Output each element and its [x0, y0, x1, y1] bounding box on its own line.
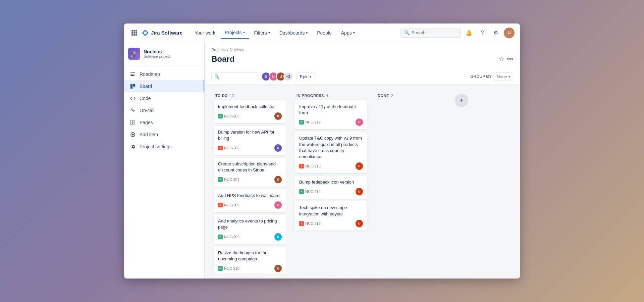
table-row[interactable]: Tech spike on new stripe integration wit… [295, 201, 367, 230]
settings-icon[interactable]: ⚙ [490, 28, 501, 38]
search-box[interactable]: 🔍 [400, 28, 461, 38]
sidebar-item-pages[interactable]: Pages [124, 116, 204, 129]
top-nav: Jira Software Your work Projects ▾ Filte… [124, 23, 520, 42]
card-title: Add analytics events to pricing page [218, 218, 282, 230]
epic-filter-button[interactable]: Epic ▾ [296, 72, 315, 81]
story-type-icon: ✓ [218, 114, 223, 118]
main-layout: 🚀 Nucleus Software project Roadmap [124, 42, 520, 279]
table-row[interactable]: Add analytics events to pricing page ✓ N… [214, 215, 286, 244]
sidebar-item-add-item[interactable]: Add item [124, 129, 204, 141]
table-row[interactable]: Bump fedeback icon version ✓ NUC-214 U [295, 176, 367, 199]
card-title: Add NPS feedback to wallboard [218, 193, 282, 199]
svg-rect-8 [136, 34, 137, 36]
card-id: NUC-209 [224, 235, 239, 239]
kanban-col-todo: TO DO 12 Implement feedback collector ✓ … [211, 90, 288, 273]
card-id: NUC-205 [224, 114, 239, 118]
todo-col-header: TO DO 12 [211, 90, 288, 100]
group-by-chevron-icon: ▾ [508, 75, 510, 79]
card-avatar: U [356, 118, 363, 126]
apps-chevron-icon: ▾ [353, 31, 355, 35]
card-avatar: U [274, 201, 282, 209]
nav-people[interactable]: People [313, 28, 336, 38]
project-icon: 🚀 [128, 48, 140, 60]
grid-icon[interactable] [129, 28, 139, 38]
svg-rect-4 [133, 32, 135, 34]
sidebar-item-project-settings[interactable]: Project settings [124, 141, 204, 153]
nav-dashboards[interactable]: Dashboards ▾ [275, 28, 312, 38]
group-by-area: GROUP BY None ▾ [470, 72, 513, 81]
card-title: Tech spike on new stripe integration wit… [299, 205, 363, 217]
nav-right: 🔍 🔔 ? ⚙ U [400, 28, 515, 38]
card-meta: ✓ NUC-205 [218, 114, 239, 118]
sidebar: 🚀 Nucleus Software project Roadmap [124, 42, 205, 279]
board-icon [129, 83, 136, 90]
add-column-button[interactable]: + [455, 94, 468, 107]
svg-rect-3 [131, 32, 133, 34]
todo-col-title: TO DO [215, 94, 228, 98]
group-by-select[interactable]: None ▾ [494, 72, 513, 81]
nav-logo[interactable]: Jira Software [142, 29, 182, 37]
card-title: Bump fedeback icon version [299, 179, 363, 185]
svg-rect-0 [131, 30, 133, 32]
svg-rect-13 [130, 75, 135, 76]
card-avatar: U [274, 176, 282, 183]
toolbar-search[interactable]: 🔍 [211, 72, 258, 81]
user-avatar[interactable]: U [504, 28, 515, 38]
sidebar-item-roadmap[interactable]: Roadmap [124, 68, 204, 80]
settings-icon [129, 143, 136, 150]
add-item-icon [129, 131, 136, 138]
table-row[interactable]: Improve a11y of the feedback form ✓ NUC-… [295, 100, 367, 129]
card-footer: ! NUC-213 U [299, 162, 363, 170]
nav-projects[interactable]: Projects ▾ [221, 27, 249, 39]
card-footer: ✓ NUC-210 U [218, 265, 282, 272]
card-avatar: U [274, 265, 282, 272]
svg-rect-12 [130, 74, 134, 74]
card-meta: ! NUC-206 [218, 146, 239, 150]
inprogress-col-header: IN PROGRESS 4 [292, 90, 370, 100]
breadcrumb-nucleus[interactable]: Nucleus [230, 48, 244, 52]
board-header: Projects / Nucleus Board ☆ ••• 🔍 [205, 42, 520, 85]
card-meta: ! NUC-208 [218, 203, 239, 207]
card-avatar: U [274, 144, 282, 152]
inprogress-cards: Improve a11y of the feedback form ✓ NUC-… [292, 100, 370, 233]
card-title: Implement feedback collector [218, 104, 282, 110]
card-meta: ✓ NUC-210 [218, 266, 239, 271]
card-avatar: U [274, 233, 282, 241]
table-row[interactable]: Update T&C copy with v1.9 from the write… [295, 132, 367, 173]
table-row[interactable]: Implement feedback collector ✓ NUC-205 U [214, 100, 286, 123]
svg-rect-14 [130, 84, 132, 89]
sidebar-item-board[interactable]: Board [124, 80, 204, 92]
nav-your-work[interactable]: Your work [191, 28, 219, 38]
pages-icon [129, 119, 136, 126]
sidebar-project-info: Nucleus Software project [144, 49, 170, 58]
card-meta: ✓ NUC-207 [218, 177, 239, 182]
sidebar-project: 🚀 Nucleus Software project [124, 42, 204, 65]
help-icon[interactable]: ? [477, 28, 488, 38]
svg-rect-2 [136, 30, 137, 32]
bug-type-icon: ! [299, 221, 304, 226]
nav-filters[interactable]: Filters ▾ [250, 28, 274, 38]
sidebar-item-code[interactable]: Code [124, 92, 204, 104]
breadcrumb-projects[interactable]: Projects [211, 48, 226, 52]
svg-rect-7 [133, 34, 135, 36]
card-footer: ✓ NUC-212 U [299, 118, 363, 126]
card-meta: ✓ NUC-214 [299, 189, 321, 194]
todo-cards: Implement feedback collector ✓ NUC-205 U [211, 100, 288, 273]
more-options-icon[interactable]: ••• [507, 56, 513, 63]
table-row[interactable]: Create subscription plans and discount c… [214, 158, 286, 187]
card-avatar: U [356, 220, 363, 227]
inprogress-col-count: 4 [326, 94, 328, 98]
card-meta: ✓ NUC-209 [218, 235, 239, 239]
table-row[interactable]: Add NPS feedback to wallboard ! NUC-208 … [214, 189, 286, 212]
search-input[interactable] [412, 30, 457, 35]
code-icon [129, 95, 136, 102]
nav-apps[interactable]: Apps ▾ [337, 28, 359, 38]
star-icon[interactable]: ☆ [499, 55, 504, 63]
card-footer: ✓ NUC-205 U [218, 112, 282, 120]
table-row[interactable]: Resize the images for the upcoming campa… [214, 247, 286, 273]
toolbar-search-input[interactable] [221, 74, 255, 79]
notifications-icon[interactable]: 🔔 [464, 28, 474, 38]
avatar-more[interactable]: +3 [283, 72, 293, 81]
sidebar-item-oncall[interactable]: On-call [124, 104, 204, 116]
table-row[interactable]: Bump version for new API for billing ! N… [214, 126, 286, 155]
